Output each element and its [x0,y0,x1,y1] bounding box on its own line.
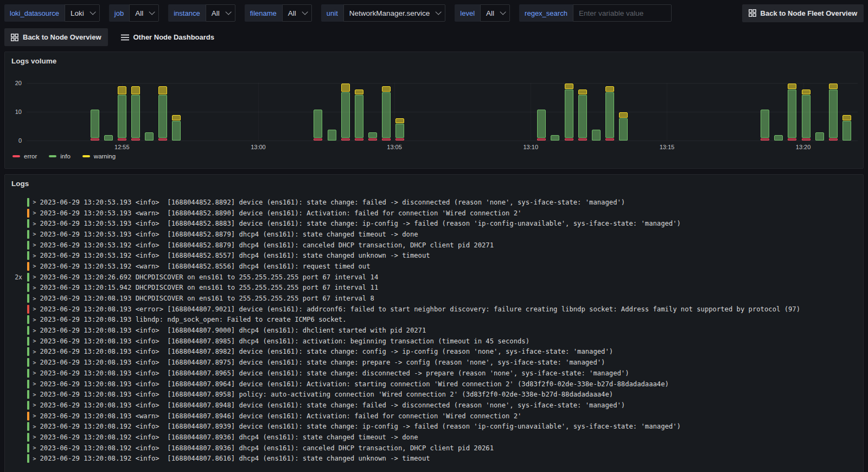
bar-segment-warning[interactable] [158,86,167,94]
expand-chevron-icon[interactable]: > [33,306,36,312]
bar-segment-error[interactable] [761,138,769,141]
bar-segment-info[interactable] [578,95,587,138]
expand-chevron-icon[interactable]: > [33,274,36,280]
log-row[interactable]: >2023-06-29 13:20:08.193 <info> [1688044… [7,347,863,358]
log-row[interactable]: >2023-06-29 13:20:53.193 <info> [1688044… [7,229,863,240]
bar-segment-info[interactable] [592,130,601,141]
bar-segment-error[interactable] [158,138,167,141]
bar-segment-info[interactable] [328,130,336,141]
log-row[interactable]: >2023-06-29 13:20:08.192 <info> [1688044… [7,454,863,464]
variable-value-dropdown[interactable]: All [282,4,312,22]
bar-segment-warning[interactable] [788,84,796,89]
bar-segment-info[interactable] [91,110,99,138]
bar-segment-error[interactable] [395,138,404,141]
logs-volume-chart[interactable]: 0102012:5513:0013:0513:1013:1513:20 [27,83,858,141]
expand-chevron-icon[interactable]: > [33,296,36,302]
bar-segment-error[interactable] [578,138,587,141]
bar-segment-warning[interactable] [843,115,851,120]
log-row[interactable]: >2023-06-29 13:20:08.193 <info> [1688044… [7,325,863,336]
log-row[interactable]: >2023-06-29 13:20:08.193 <info> [1688044… [7,379,863,390]
legend-item-info[interactable]: info [49,153,71,160]
bar-segment-info[interactable] [565,90,573,138]
log-row[interactable]: >2023-06-29 13:20:08.193 <info> [1688044… [7,389,863,400]
panel-title[interactable]: Logs [5,175,863,188]
variable-value-dropdown[interactable]: All [480,4,510,22]
log-row[interactable]: >2023-06-29 13:20:08.193 <info> [1688044… [7,400,863,411]
bar-segment-error[interactable] [131,138,140,141]
log-row[interactable]: >2023-06-29 13:20:53.193 <warn> [1688044… [7,208,863,219]
bar-segment-error[interactable] [537,138,546,141]
expand-chevron-icon[interactable]: > [33,231,36,237]
variable-value-dropdown[interactable]: All [206,4,235,22]
bar-segment-warning[interactable] [172,115,181,120]
log-row[interactable]: >2023-06-29 13:20:15.942 DHCPDISCOVER on… [7,283,863,294]
log-row[interactable]: >2023-06-29 13:20:53.192 <info> [1688044… [7,240,863,251]
bar-segment-warning[interactable] [578,90,587,95]
bar-segment-info[interactable] [802,95,810,138]
bar-segment-info[interactable] [815,132,824,141]
log-row[interactable]: >2023-06-29 13:20:08.193 <error> [168804… [7,304,863,315]
bar-segment-info[interactable] [355,95,363,138]
log-row[interactable]: >2023-06-29 13:20:53.193 <info> [1688044… [7,218,863,229]
variable-value-dropdown[interactable]: Loki [65,4,100,22]
panel-title[interactable]: Logs volume [5,52,863,65]
bar-segment-warning[interactable] [619,112,628,118]
bar-segment-info[interactable] [118,95,126,138]
back-to-node-overview-button[interactable]: Back to Node Overview [4,28,108,46]
log-row[interactable]: 2x>2023-06-29 13:20:26.692 DHCPDISCOVER … [7,272,863,283]
bar-segment-error[interactable] [91,138,99,141]
expand-chevron-icon[interactable]: > [33,338,36,344]
expand-chevron-icon[interactable]: > [33,413,36,419]
bar-segment-info[interactable] [314,110,322,138]
bar-segment-info[interactable] [605,92,614,138]
expand-chevron-icon[interactable]: > [33,210,36,216]
expand-chevron-icon[interactable]: > [33,434,36,440]
bar-segment-error[interactable] [788,138,796,141]
log-row[interactable]: >2023-06-29 13:20:08.193 <info> [1688044… [7,336,863,347]
bar-segment-info[interactable] [551,135,559,141]
regex-search-input[interactable] [573,4,672,22]
bar-segment-error[interactable] [118,138,126,141]
bar-segment-warning[interactable] [802,90,810,95]
expand-chevron-icon[interactable]: > [33,317,36,323]
bar-segment-error[interactable] [355,138,363,141]
log-row[interactable]: >2023-06-29 13:20:08.192 <info> [1688044… [7,432,863,443]
bar-segment-error[interactable] [605,138,614,141]
expand-chevron-icon[interactable]: > [33,424,36,430]
bar-segment-info[interactable] [341,92,350,138]
bar-segment-warning[interactable] [395,118,404,124]
log-row[interactable]: >2023-06-29 13:20:08.192 <info> [1688044… [7,443,863,454]
expand-chevron-icon[interactable]: > [33,263,36,269]
expand-chevron-icon[interactable]: > [33,242,36,248]
expand-chevron-icon[interactable]: > [33,328,36,334]
bar-segment-info[interactable] [761,110,769,138]
log-row[interactable]: >2023-06-29 13:20:53.192 <info> [1688044… [7,250,863,261]
expand-chevron-icon[interactable]: > [33,221,36,227]
log-row[interactable]: >2023-06-29 13:20:53.192 <warn> [1688044… [7,261,863,272]
log-row[interactable]: >2023-06-29 13:20:08.192 <info> [1688044… [7,421,863,432]
bar-segment-warning[interactable] [829,84,838,89]
bar-segment-info[interactable] [843,121,851,141]
legend-item-warning[interactable]: warning [82,153,116,160]
bar-segment-info[interactable] [619,118,628,141]
log-row[interactable]: >2023-06-29 13:20:08.193 <info> [1688044… [7,368,863,379]
expand-chevron-icon[interactable]: > [33,370,36,376]
bar-segment-warning[interactable] [131,86,140,94]
expand-chevron-icon[interactable]: > [33,402,36,408]
bar-segment-warning[interactable] [565,84,573,89]
bar-segment-info[interactable] [172,121,181,141]
bar-segment-info[interactable] [368,132,377,138]
bar-segment-info[interactable] [395,124,404,138]
expand-chevron-icon[interactable]: > [33,360,36,366]
bar-segment-error[interactable] [368,138,377,141]
expand-chevron-icon[interactable]: > [33,392,36,398]
log-row[interactable]: >2023-06-29 13:20:08.193 DHCPDISCOVER on… [7,293,863,304]
bar-segment-warning[interactable] [118,86,126,94]
log-row[interactable]: >2023-06-29 13:20:08.193 <info> [1688044… [7,357,863,368]
log-row[interactable]: >2023-06-29 13:20:08.193 <warn> [1688044… [7,411,863,422]
bar-segment-info[interactable] [145,132,154,141]
variable-value-dropdown[interactable]: All [129,4,159,22]
bar-segment-info[interactable] [382,92,391,138]
expand-chevron-icon[interactable]: > [33,199,36,205]
expand-chevron-icon[interactable]: > [33,253,36,259]
